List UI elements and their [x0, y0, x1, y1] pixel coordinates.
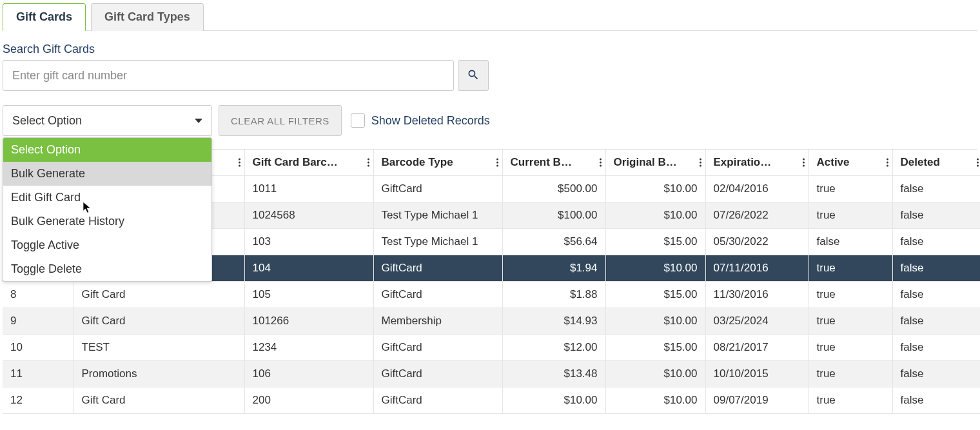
cell-barcode: 1234	[244, 335, 373, 361]
cell-deleted: false	[892, 361, 980, 387]
cell-active: true	[808, 308, 892, 335]
table-row[interactable]: 12Gift Card200GiftCard$10.00$10.0009/07/…	[3, 387, 980, 414]
cell-name: Gift Card	[74, 308, 244, 335]
cell-name: Gift Card	[74, 282, 244, 308]
cell-barcode-type: GiftCard	[373, 176, 502, 202]
dropdown-item-bulk-generate-history[interactable]: Bulk Generate History	[3, 210, 211, 233]
table-row[interactable]: 11Promotions106GiftCard$13.48$10.0010/10…	[3, 361, 980, 387]
cell-deleted: false	[892, 335, 980, 361]
cell-barcode-type: GiftCard	[373, 255, 502, 282]
cell-id: 10	[3, 335, 74, 361]
cell-active: true	[808, 202, 892, 229]
kebab-icon[interactable]	[368, 159, 369, 167]
kebab-icon[interactable]	[977, 159, 979, 167]
search-icon	[467, 68, 480, 83]
cell-id: 12	[3, 387, 74, 414]
cell-expiration: 02/04/2016	[705, 176, 808, 202]
show-deleted-checkbox[interactable]	[351, 113, 365, 128]
cell-barcode-type: GiftCard	[373, 361, 502, 387]
col-header-original-balance[interactable]: Original B…	[605, 150, 705, 176]
cell-deleted: false	[892, 282, 980, 308]
cell-original-balance: $10.00	[605, 255, 705, 282]
cell-deleted: false	[892, 202, 980, 229]
cell-active: true	[808, 255, 892, 282]
cell-barcode: 104	[244, 255, 373, 282]
cell-barcode-type: GiftCard	[373, 282, 502, 308]
col-header-expiration[interactable]: Expiratio…	[705, 150, 808, 176]
cell-barcode-type: Test Type Michael 1	[373, 202, 502, 229]
tabs: Gift Cards Gift Card Types	[3, 0, 977, 31]
cell-expiration: 10/10/2015	[705, 361, 808, 387]
cell-expiration: 09/07/2019	[705, 387, 808, 414]
cell-current-balance: $1.88	[502, 282, 605, 308]
cell-current-balance: $13.48	[502, 361, 605, 387]
col-header-deleted[interactable]: Deleted	[892, 150, 980, 176]
cell-expiration: 05/30/2022	[705, 229, 808, 255]
tab-gift-card-types[interactable]: Gift Card Types	[91, 3, 204, 31]
cell-active: true	[808, 176, 892, 202]
cell-current-balance: $100.00	[502, 202, 605, 229]
cell-barcode-type: GiftCard	[373, 387, 502, 414]
cell-name: Promotions	[74, 361, 244, 387]
cell-deleted: false	[892, 308, 980, 335]
cell-barcode: 105	[244, 282, 373, 308]
chevron-down-icon	[195, 119, 202, 123]
cell-deleted: false	[892, 229, 980, 255]
tab-gift-cards[interactable]: Gift Cards	[3, 3, 86, 31]
table-row[interactable]: 10TEST1234GiftCard$12.00$15.0008/21/2017…	[3, 335, 980, 361]
cell-barcode-type: Membership	[373, 308, 502, 335]
cell-deleted: false	[892, 387, 980, 414]
kebab-icon[interactable]	[600, 159, 602, 167]
search-label: Search Gift Cards	[3, 43, 977, 56]
cell-original-balance: $15.00	[605, 282, 705, 308]
dropdown-item-edit-gift-card[interactable]: Edit Gift Card	[3, 186, 211, 210]
cell-deleted: false	[892, 255, 980, 282]
dropdown-item-toggle-active[interactable]: Toggle Active	[3, 233, 211, 257]
kebab-icon[interactable]	[496, 159, 498, 167]
cell-original-balance: $15.00	[605, 335, 705, 361]
cell-current-balance: $10.00	[502, 387, 605, 414]
cell-barcode: 1011	[244, 176, 373, 202]
col-header-barcode[interactable]: Gift Card Barc…	[244, 150, 373, 176]
cell-original-balance: $10.00	[605, 387, 705, 414]
cell-original-balance: $10.00	[605, 176, 705, 202]
col-header-barcode-type[interactable]: Barcode Type	[373, 150, 502, 176]
cell-original-balance: $15.00	[605, 229, 705, 255]
col-header-active[interactable]: Active	[808, 150, 892, 176]
cell-deleted: false	[892, 176, 980, 202]
cell-name: Gift Card	[74, 387, 244, 414]
select-option-label: Select Option	[12, 114, 82, 128]
clear-all-filters-button[interactable]: Clear All Filters	[219, 105, 342, 136]
table-row[interactable]: 9Gift Card101266Membership$14.93$10.0003…	[3, 308, 980, 335]
cell-expiration: 08/21/2017	[705, 335, 808, 361]
cell-id: 11	[3, 361, 74, 387]
cell-expiration: 07/26/2022	[705, 202, 808, 229]
cell-barcode: 101266	[244, 308, 373, 335]
search-button[interactable]	[458, 60, 489, 91]
select-option-dropdown[interactable]: Select Option	[3, 105, 212, 136]
search-input[interactable]	[3, 60, 454, 91]
cell-current-balance: $56.64	[502, 229, 605, 255]
show-deleted-label: Show Deleted Records	[371, 114, 490, 128]
cell-id: 8	[3, 282, 74, 308]
dropdown-item-select-option[interactable]: Select Option	[3, 138, 211, 162]
kebab-icon[interactable]	[887, 159, 888, 167]
cell-current-balance: $500.00	[502, 176, 605, 202]
cell-barcode-type: GiftCard	[373, 335, 502, 361]
cell-barcode: 1024568	[244, 202, 373, 229]
cell-expiration: 03/25/2024	[705, 308, 808, 335]
dropdown-item-bulk-generate[interactable]: Bulk Generate	[3, 162, 211, 186]
select-option-menu: Select Option Bulk Generate Edit Gift Ca…	[3, 137, 212, 282]
cell-active: false	[808, 229, 892, 255]
table-row[interactable]: 8Gift Card105GiftCard$1.88$15.0011/30/20…	[3, 282, 980, 308]
kebab-icon[interactable]	[803, 159, 805, 167]
cell-active: true	[808, 361, 892, 387]
cell-barcode: 106	[244, 361, 373, 387]
cell-barcode: 103	[244, 229, 373, 255]
dropdown-item-toggle-delete[interactable]: Toggle Delete	[3, 257, 211, 281]
kebab-icon[interactable]	[700, 159, 701, 167]
kebab-icon[interactable]	[239, 159, 240, 167]
cell-current-balance: $1.94	[502, 255, 605, 282]
cell-original-balance: $10.00	[605, 308, 705, 335]
col-header-current-balance[interactable]: Current B…	[502, 150, 605, 176]
